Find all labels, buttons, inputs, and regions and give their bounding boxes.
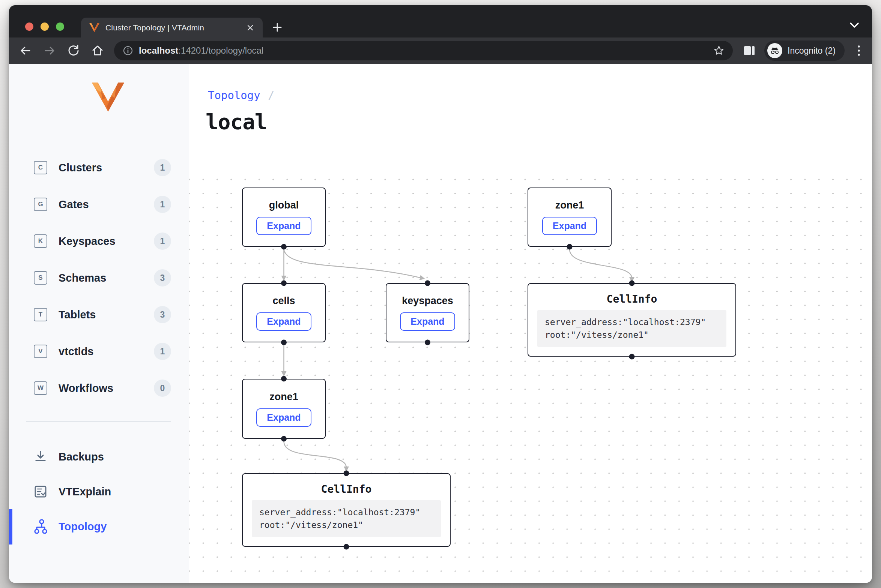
new-tab-button[interactable] (271, 21, 284, 34)
expand-button-cells[interactable]: Expand (256, 312, 311, 331)
url-path: :14201/topology/local (178, 45, 263, 56)
window-controls (25, 22, 64, 31)
keyspaces-count-badge: 1 (154, 232, 171, 250)
clusters-icon: C (34, 161, 47, 174)
vitess-favicon-icon (89, 23, 99, 32)
topology-node-global: global Expand (242, 188, 326, 247)
sidebar-item-vtexplain[interactable]: VTExplain (9, 479, 189, 504)
url-host: localhost (139, 45, 178, 56)
gates-icon: G (34, 198, 47, 211)
close-window-button[interactable] (25, 22, 33, 31)
schemas-count-badge: 3 (154, 269, 171, 286)
clusters-count-badge: 1 (154, 159, 171, 176)
edge-global-keyspaces (284, 249, 421, 278)
vtctlds-icon: V (34, 345, 47, 358)
expand-button-keyspaces[interactable]: Expand (400, 312, 455, 331)
sidebar-divider (26, 422, 171, 422)
sidebar-item-topology[interactable]: Topology (9, 514, 189, 539)
topology-node-cellinfo-bottom: CellInfo server_address:"localhost:2379"… (242, 473, 451, 547)
primary-nav: C Clusters 1 G Gates 1 K Keyspaces 1 (9, 155, 189, 412)
breadcrumb: Topology / (208, 88, 275, 102)
expand-button-zone1-left[interactable]: Expand (256, 408, 311, 427)
page-title: local (206, 110, 267, 134)
back-button[interactable] (17, 42, 34, 59)
forward-button[interactable] (41, 42, 58, 59)
expand-button-global[interactable]: Expand (256, 217, 311, 235)
reload-button[interactable] (65, 42, 82, 59)
workflows-count-badge: 0 (154, 380, 171, 397)
topology-node-cellinfo-right: CellInfo server_address:"localhost:2379"… (528, 283, 736, 357)
tablets-count-badge: 3 (154, 306, 171, 323)
sidebar-item-vtctlds[interactable]: V vtctlds 1 (9, 339, 189, 364)
maximize-window-button[interactable] (56, 22, 64, 31)
sidebar-item-tablets[interactable]: T Tablets 3 (9, 302, 189, 327)
tablets-icon: T (34, 308, 47, 321)
topology-node-keyspaces: keyspaces Expand (386, 283, 469, 342)
topology-node-zone1-right: zone1 Expand (528, 188, 612, 247)
vtadmin-app: C Clusters 1 G Gates 1 K Keyspaces 1 (9, 64, 872, 583)
backups-download-icon (33, 450, 48, 464)
tab-search-chevron-icon[interactable] (849, 22, 860, 31)
incognito-icon (767, 43, 782, 58)
sidebar-item-backups[interactable]: Backups (9, 444, 189, 469)
site-info-icon[interactable] (123, 46, 133, 56)
browser-menu-icon[interactable] (851, 42, 867, 59)
sidebar-item-schemas[interactable]: S Schemas 3 (9, 266, 189, 290)
schemas-icon: S (34, 271, 47, 285)
browser-toolbar: localhost:14201/topology/local (9, 38, 872, 64)
vtexplain-document-icon (33, 484, 48, 499)
sidebar: C Clusters 1 G Gates 1 K Keyspaces 1 (9, 64, 189, 583)
incognito-profile-chip[interactable]: Incognito (2) (764, 40, 845, 61)
browser-window: Cluster Topology | VTAdmin (9, 5, 872, 583)
minimize-window-button[interactable] (41, 22, 49, 31)
address-bar[interactable]: localhost:14201/topology/local (114, 41, 733, 60)
breadcrumb-separator: / (268, 88, 275, 102)
tab-strip: Cluster Topology | VTAdmin (9, 5, 872, 38)
topology-canvas[interactable]: global Expand zone1 Expand cells Expand … (189, 172, 872, 583)
gates-count-badge: 1 (154, 196, 171, 213)
sidebar-item-gates[interactable]: G Gates 1 (9, 192, 189, 217)
breadcrumb-topology-link[interactable]: Topology (208, 89, 260, 102)
active-nav-indicator (9, 509, 12, 544)
edge-zone1-cellinfo-bottom (284, 441, 347, 468)
browser-tab[interactable]: Cluster Topology | VTAdmin (81, 18, 263, 38)
topology-node-cells: cells Expand (242, 283, 326, 342)
vitess-logo (92, 82, 124, 112)
topology-graph-icon (33, 519, 48, 534)
tab-title: Cluster Topology | VTAdmin (105, 23, 245, 32)
sidebar-item-keyspaces[interactable]: K Keyspaces 1 (9, 229, 189, 254)
cellinfo-code-block: server_address:"localhost:2379" root:"/v… (537, 310, 726, 347)
sidebar-item-workflows[interactable]: W Workflows 0 (9, 376, 189, 400)
expand-button-zone1-right[interactable]: Expand (542, 217, 597, 235)
incognito-label: Incognito (2) (788, 46, 836, 56)
home-button[interactable] (89, 42, 106, 59)
url-text[interactable]: localhost:14201/topology/local (139, 45, 713, 56)
sidebar-item-clusters[interactable]: C Clusters 1 (9, 155, 189, 180)
cellinfo-code-block: server_address:"localhost:2379" root:"/v… (252, 500, 441, 537)
keyspaces-icon: K (34, 234, 47, 248)
vtctlds-count-badge: 1 (154, 343, 171, 360)
tab-close-icon[interactable] (245, 22, 256, 33)
topology-node-zone1-left: zone1 Expand (242, 379, 326, 439)
side-panel-icon[interactable] (741, 42, 758, 59)
topology-page: Topology / local global Expand zone1 Exp… (189, 64, 872, 583)
bookmark-star-icon[interactable] (713, 45, 725, 56)
workflows-icon: W (34, 381, 47, 395)
secondary-nav: Backups VTExplain (9, 444, 189, 549)
edge-zone1-cellinfo-right (570, 249, 632, 278)
desktop-background: Cluster Topology | VTAdmin (0, 0, 881, 588)
